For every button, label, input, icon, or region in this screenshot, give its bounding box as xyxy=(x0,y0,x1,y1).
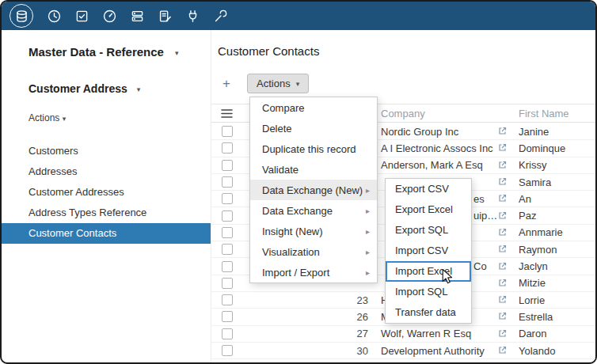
menu-item-label: Import / Export xyxy=(262,267,329,279)
submenu-item-import-sql[interactable]: Import SQL xyxy=(386,282,471,302)
external-link-icon[interactable] xyxy=(497,328,508,339)
row-id: 30 xyxy=(246,345,371,357)
row-checkbox[interactable] xyxy=(222,244,233,255)
actions-menu: CompareDeleteDuplicate this recordValida… xyxy=(249,97,378,283)
external-link-icon[interactable] xyxy=(497,345,508,355)
row-checkbox[interactable] xyxy=(222,328,233,339)
chevron-down-icon: ▾ xyxy=(296,80,300,88)
menu-item-validate[interactable]: Validate xyxy=(250,159,377,180)
company-cell: Anderson, Mark A Esq xyxy=(371,157,512,173)
row-checkbox[interactable] xyxy=(222,227,233,238)
wrench-icon[interactable] xyxy=(211,7,229,25)
external-link-icon[interactable] xyxy=(497,294,508,305)
checkbox-cell xyxy=(211,261,246,272)
first-name-cell: Daron xyxy=(512,328,595,339)
submenu-item-export-csv[interactable]: Export CSV xyxy=(386,179,471,199)
data-exchange-submenu: Export CSVExport ExcelExport SQLImport C… xyxy=(385,178,472,324)
row-checkbox[interactable] xyxy=(222,278,233,289)
row-id: 26 xyxy=(246,311,371,323)
checkbox-cell xyxy=(211,278,246,289)
checkbox-cell xyxy=(211,227,246,238)
workspace-title: Master Data - Reference xyxy=(29,45,164,59)
column-header-company[interactable]: Company xyxy=(371,108,512,119)
checkbox-cell xyxy=(211,210,246,222)
actions-button[interactable]: Actions▾ xyxy=(247,74,309,93)
submenu-arrow-icon: ▸ xyxy=(366,186,370,195)
menu-item-import-export[interactable]: Import / Export▸ xyxy=(250,262,377,282)
row-checkbox[interactable] xyxy=(222,176,233,188)
table-row: 30Development AuthorityYolando xyxy=(211,343,595,359)
external-link-icon[interactable] xyxy=(497,278,508,288)
database-icon[interactable] xyxy=(10,4,33,28)
sidebar-item-addresses[interactable]: Addresses xyxy=(2,161,211,182)
company-cell: A I Electronic Assocs Inc xyxy=(371,140,512,156)
external-link-icon[interactable] xyxy=(497,210,508,221)
column-header-first-name[interactable]: First Name xyxy=(512,108,595,119)
row-checkbox[interactable] xyxy=(222,193,233,204)
first-name-cell: Samira xyxy=(512,176,595,188)
storage-icon[interactable] xyxy=(128,7,146,25)
row-checkbox[interactable] xyxy=(222,345,233,356)
menu-item-label: Insight (New) xyxy=(262,226,323,237)
external-link-icon[interactable] xyxy=(497,126,508,136)
menu-item-duplicate-this-record[interactable]: Duplicate this record xyxy=(250,138,377,159)
menu-item-compare[interactable]: Compare xyxy=(250,97,377,118)
external-link-icon[interactable] xyxy=(497,261,508,271)
company-text: Wolf, Warren R Esq xyxy=(381,328,471,339)
tasks-icon[interactable] xyxy=(73,7,90,25)
sidebar-actions-dropdown[interactable]: Actions ▾ xyxy=(29,110,66,127)
submenu-item-export-excel[interactable]: Export Excel xyxy=(386,199,471,220)
gauge-icon[interactable] xyxy=(101,7,118,25)
collection-selector[interactable]: Customer Address▾ xyxy=(29,79,140,99)
submenu-item-export-sql[interactable]: Export SQL xyxy=(386,220,471,241)
external-link-icon[interactable] xyxy=(497,244,508,254)
add-record-button[interactable]: + xyxy=(222,75,230,93)
plug-icon[interactable] xyxy=(184,7,201,25)
form-edit-icon[interactable] xyxy=(156,7,173,25)
first-name-cell: Estrella xyxy=(512,311,595,323)
checkbox-cell xyxy=(211,294,246,305)
menu-item-data-exchange-new[interactable]: Data Exchange (New)▸ xyxy=(250,180,377,200)
sidebar-item-customer-contacts[interactable]: Customer Contacts xyxy=(2,223,211,244)
sidebar-item-customer-addresses[interactable]: Customer Addresses xyxy=(2,182,211,203)
checkbox-cell xyxy=(211,311,246,322)
submenu-arrow-icon: ▸ xyxy=(366,268,370,277)
submenu-arrow-icon: ▸ xyxy=(366,227,370,236)
checkbox-cell xyxy=(211,142,246,154)
submenu-item-import-csv[interactable]: Import CSV xyxy=(386,241,471,261)
external-link-icon[interactable] xyxy=(497,311,508,321)
submenu-item-transfer-data[interactable]: Transfer data xyxy=(386,302,471,323)
menu-item-delete[interactable]: Delete xyxy=(250,118,377,138)
row-checkbox[interactable] xyxy=(222,311,233,322)
workspace-selector[interactable]: Master Data - Reference▾ xyxy=(29,42,178,63)
sidebar-item-customers[interactable]: Customers xyxy=(2,141,211,161)
clock-icon[interactable] xyxy=(45,7,63,25)
first-name-cell: Janine xyxy=(512,126,595,138)
first-name-cell: Jaclyn xyxy=(512,260,595,272)
row-checkbox[interactable] xyxy=(222,294,233,305)
external-link-icon[interactable] xyxy=(497,193,508,203)
sidebar-item-address-types-reference[interactable]: Address Types Reference xyxy=(2,203,211,223)
menu-item-data-exchange[interactable]: Data Exchange▸ xyxy=(250,200,377,221)
chevron-down-icon: ▾ xyxy=(175,49,179,57)
sidebar-actions-label: Actions xyxy=(29,112,59,123)
external-link-icon[interactable] xyxy=(497,142,508,153)
external-link-icon[interactable] xyxy=(497,176,508,187)
row-checkbox[interactable] xyxy=(222,261,233,272)
company-cell: Wolf, Warren R Esq xyxy=(371,326,512,342)
row-checkbox[interactable] xyxy=(222,210,233,222)
external-link-icon[interactable] xyxy=(497,160,508,170)
submenu-arrow-icon: ▸ xyxy=(366,207,370,215)
first-name-cell: Dominque xyxy=(512,142,595,154)
submenu-item-import-excel[interactable]: Import Excel xyxy=(386,261,471,282)
external-link-icon[interactable] xyxy=(497,227,508,237)
checkbox-cell xyxy=(211,328,246,339)
row-checkbox[interactable] xyxy=(222,126,233,137)
grid-menu-icon[interactable] xyxy=(221,108,233,119)
row-checkbox[interactable] xyxy=(222,142,233,154)
company-text-tail: Co xyxy=(473,260,487,272)
menu-item-insight-new[interactable]: Insight (New)▸ xyxy=(250,221,377,241)
first-name-cell: Paz xyxy=(512,210,595,222)
menu-item-visualization[interactable]: Visualization▸ xyxy=(250,241,377,262)
row-checkbox[interactable] xyxy=(222,160,233,171)
